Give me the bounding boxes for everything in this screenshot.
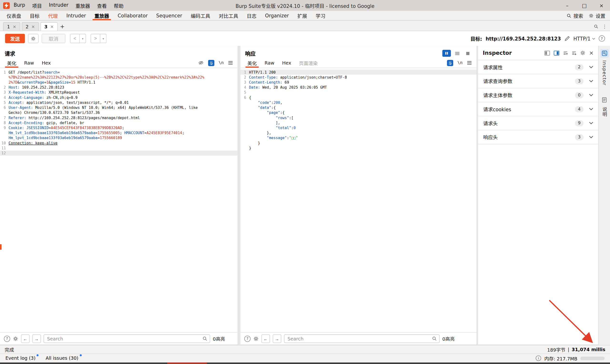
dock-inspector-left-icon[interactable] bbox=[545, 50, 550, 55]
request-tab-pretty[interactable]: 美化 bbox=[3, 58, 20, 68]
find-tab-icon[interactable] bbox=[594, 24, 598, 29]
minimize-button[interactable]: – bbox=[558, 0, 576, 11]
editor-menu-icon[interactable] bbox=[467, 61, 472, 65]
code-line[interactable]: 6{ bbox=[240, 95, 477, 100]
search-settings-gear-icon[interactable] bbox=[13, 336, 18, 341]
help-icon[interactable]: ? bbox=[599, 36, 605, 42]
maximize-button[interactable]: □ bbox=[576, 0, 593, 11]
code-line[interactable]: %7B%22name%22%3A%22123%27%20or%20sleep(5… bbox=[0, 75, 238, 79]
search-prev-button[interactable]: ← bbox=[261, 334, 270, 343]
code-line[interactable]: 6User-Agent: Mozilla/5.0 (Windows NT 10.… bbox=[0, 105, 238, 110]
response-tab-raw[interactable]: Raw bbox=[261, 58, 278, 68]
code-line[interactable]: }, bbox=[240, 130, 477, 135]
collapse-all-icon[interactable] bbox=[563, 50, 568, 55]
code-line[interactable]: ], bbox=[240, 120, 477, 125]
code-line[interactable]: "data":{ bbox=[240, 105, 477, 110]
main-tab-extensions[interactable]: 扩展 bbox=[293, 11, 311, 20]
pause-updates-icon[interactable] bbox=[442, 50, 451, 57]
chevron-down-icon[interactable] bbox=[589, 94, 593, 96]
add-tab-button[interactable]: + bbox=[58, 22, 67, 31]
layout-columns-icon[interactable] bbox=[463, 50, 472, 57]
code-line[interactable]: 1HTTP/1.1 200 bbox=[240, 70, 477, 75]
expand-all-icon[interactable] bbox=[572, 50, 577, 55]
close-tab-icon[interactable]: × bbox=[31, 24, 35, 29]
code-line[interactable]: 11 bbox=[0, 145, 238, 151]
chevron-down-icon[interactable] bbox=[589, 122, 593, 124]
send-button[interactable]: 发送 bbox=[5, 34, 25, 43]
close-tab-icon[interactable]: × bbox=[13, 24, 16, 29]
code-line[interactable]: "total":0 bbox=[240, 125, 477, 130]
main-tab-learn[interactable]: 学习 bbox=[311, 11, 330, 20]
menu-view[interactable]: 查看 bbox=[97, 2, 107, 9]
response-viewer[interactable]: 1HTTP/1.1 2002Content-Type: application/… bbox=[240, 68, 477, 332]
main-tab-logger[interactable]: 日志 bbox=[243, 11, 261, 20]
editor-menu-icon[interactable] bbox=[228, 61, 233, 65]
main-tab-intruder[interactable]: Intruder bbox=[62, 11, 90, 20]
main-tab-decoder[interactable]: 编码工具 bbox=[186, 11, 214, 20]
global-search-button[interactable]: 搜索 bbox=[566, 12, 583, 19]
settings-button[interactable]: 设置 bbox=[589, 12, 605, 19]
code-line[interactable]: 2Content-Type: application/json;charset=… bbox=[240, 75, 477, 79]
code-line[interactable]: "code":200, bbox=[240, 100, 477, 105]
history-forward-button[interactable]: > bbox=[91, 34, 100, 43]
code-line[interactable]: 4Date: Wed, 20 Aug 2025 03:26:05 GMT bbox=[240, 85, 477, 90]
response-search-input[interactable] bbox=[284, 334, 440, 343]
repeater-tab-2[interactable]: 2× bbox=[22, 22, 39, 31]
close-button[interactable]: × bbox=[593, 0, 610, 11]
code-line[interactable]: 9Cookie: JSESSIONID=A4E545CEF643F8473838… bbox=[0, 125, 238, 130]
main-tab-target[interactable]: 目标 bbox=[26, 11, 44, 20]
panel-divider[interactable] bbox=[238, 46, 240, 345]
inspector-settings-gear-icon[interactable] bbox=[580, 50, 586, 56]
code-line[interactable]: 3X-Requested-With: XMLHttpRequest bbox=[0, 90, 238, 95]
show-newlines-icon[interactable]: \n bbox=[219, 60, 224, 65]
request-search-input[interactable] bbox=[44, 334, 210, 343]
code-line[interactable]: 3Content-Length: 69 bbox=[240, 80, 477, 85]
layout-rows-icon[interactable] bbox=[453, 50, 461, 57]
code-line[interactable]: 10Connection: keep-alive bbox=[0, 140, 238, 145]
chevron-down-icon[interactable] bbox=[589, 108, 593, 110]
response-tab-pretty[interactable]: 美化 bbox=[244, 58, 261, 68]
code-line[interactable]: 5Accept: application/json, text/javascri… bbox=[0, 100, 238, 105]
main-tab-dashboard[interactable]: 仪表盘 bbox=[2, 11, 26, 20]
code-line[interactable]: 7Referer: http://169.254.252.28:8123/pag… bbox=[0, 115, 238, 120]
code-line[interactable]: 5 bbox=[240, 90, 477, 95]
request-tab-raw[interactable]: Raw bbox=[20, 58, 38, 68]
menu-project[interactable]: 项目 bbox=[32, 2, 42, 9]
menu-help[interactable]: 帮助 bbox=[114, 2, 123, 9]
code-line[interactable]: "message":"□□" bbox=[240, 135, 477, 140]
close-tab-icon[interactable]: × bbox=[50, 24, 54, 29]
strip-tab-notes[interactable]: 说明 bbox=[600, 96, 609, 117]
inspector-section-request-headers[interactable]: 请求头9 bbox=[478, 116, 598, 130]
soft-wrap-icon[interactable] bbox=[208, 60, 214, 66]
code-line[interactable]: 12 bbox=[0, 151, 238, 156]
menu-intruder[interactable]: Intruder bbox=[49, 2, 68, 9]
response-tab-hex[interactable]: Hex bbox=[278, 58, 295, 68]
code-line[interactable]: } bbox=[240, 140, 477, 145]
repeater-tab-1[interactable]: 1× bbox=[3, 22, 20, 31]
response-tab-render[interactable]: 页面渲染 bbox=[295, 58, 322, 68]
soft-wrap-icon[interactable] bbox=[447, 60, 453, 66]
inspector-section-response-headers[interactable]: 响应头3 bbox=[478, 130, 598, 144]
request-editor[interactable]: 1GET /depot/list?search=%7B%22name%22%3A… bbox=[0, 68, 238, 332]
inspector-close-icon[interactable]: × bbox=[589, 50, 594, 56]
search-next-button[interactable]: → bbox=[273, 334, 281, 343]
main-tab-collaborator[interactable]: Collaborator bbox=[113, 11, 152, 20]
all-issues-button[interactable]: All issues (30) bbox=[46, 355, 78, 361]
repeater-tab-3[interactable]: 3× bbox=[40, 22, 58, 31]
chevron-down-icon[interactable] bbox=[589, 136, 593, 138]
main-tab-organizer[interactable]: Organizer bbox=[261, 11, 293, 20]
code-line[interactable]: 1GET /depot/list?search= bbox=[0, 70, 238, 75]
history-back-button[interactable]: < bbox=[70, 34, 80, 43]
code-line[interactable]: Hm_lvt_1cd9bcbaae133f03a6eb19da6579aaba=… bbox=[0, 130, 238, 135]
strip-tab-inspector[interactable]: Inspector bbox=[600, 49, 609, 86]
send-settings-button[interactable] bbox=[28, 34, 39, 43]
search-settings-gear-icon[interactable] bbox=[253, 336, 259, 341]
code-line[interactable]: 4Accept-Language: zh-CN,zh;q=0.9 bbox=[0, 95, 238, 100]
history-back-dropdown[interactable]: ▾ bbox=[80, 34, 86, 43]
cancel-button[interactable]: 取消 bbox=[42, 34, 65, 43]
code-line[interactable]: 2Host: 169.254.252.28:8123 bbox=[0, 85, 238, 90]
edit-target-icon[interactable] bbox=[564, 36, 570, 41]
request-tab-hex[interactable]: Hex bbox=[38, 58, 55, 68]
chevron-down-icon[interactable] bbox=[589, 66, 593, 68]
search-next-button[interactable]: → bbox=[32, 334, 41, 343]
